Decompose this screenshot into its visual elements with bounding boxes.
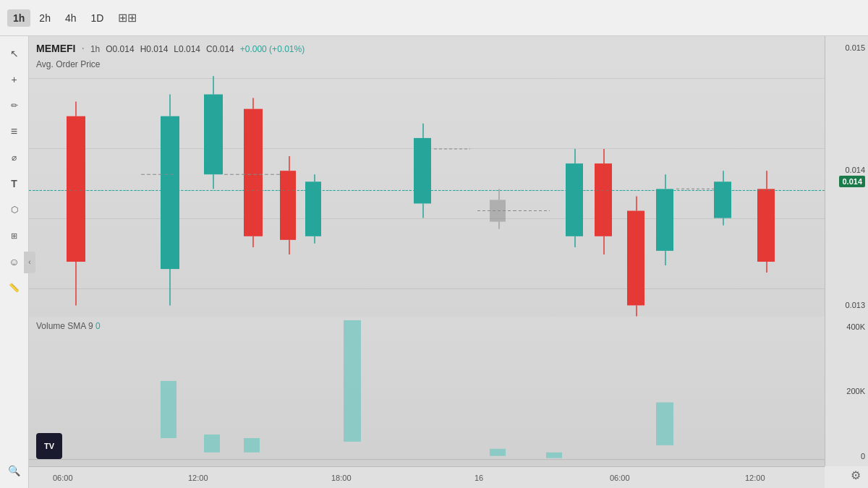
chart-container: MEMEFI · 1h O0.014 H0.014 L0.014 C0.014 … [29,36,868,488]
left-sidebar: ↖ + ✏ ≡ ⌀ T ⬡ ⊞ ☺ 📏 🔍 ‹ [0,36,29,488]
svg-rect-31 [566,163,583,236]
time-label-0600-second: 06:00 [610,474,630,482]
volume-level-mid: 200K [828,387,865,395]
chart-symbol: MEMEFI [36,43,75,54]
svg-rect-51 [204,435,220,453]
svg-rect-11 [244,109,263,236]
patterns-tool[interactable]: ⊞ [4,226,25,246]
chart-timeframe-label: 1h [90,44,100,54]
price-level-high: 0.015 [828,43,865,52]
svg-rect-22 [414,138,431,204]
svg-rect-55 [546,452,562,458]
volume-sma-value: 0 [95,321,101,331]
time-label-0600-first: 06:00 [53,474,73,482]
candlestick-chart-svg [29,36,825,317]
text-tool[interactable]: T [4,174,25,194]
volume-level-high: 400K [828,322,865,331]
timeframe-2h-button[interactable]: 2h [33,9,56,27]
svg-rect-44 [714,181,731,218]
svg-rect-37 [627,211,644,306]
top-toolbar: 1h 2h 4h 1D ⊞⊞ [0,0,868,36]
svg-rect-8 [204,95,223,175]
svg-rect-53 [344,320,361,441]
chart-info: MEMEFI · 1h O0.014 H0.014 L0.014 C0.014 … [36,42,305,55]
svg-rect-16 [280,171,296,240]
svg-rect-47 [757,189,775,262]
emoji-tool[interactable]: ☺ [4,252,25,272]
price-axis: 0.015 0.014 0.014 0.013 [825,36,868,317]
svg-rect-56 [656,402,673,445]
svg-rect-52 [244,437,260,452]
lines-tool[interactable]: ≡ [4,121,25,142]
volume-chart-area: Volume SMA 9 0 TV [29,317,825,467]
indicator-icon[interactable]: ⊞⊞ [118,11,137,25]
timeframe-1h-button[interactable]: 1h [7,9,30,27]
tradingview-logo: TV [36,433,62,459]
time-label-1200-first: 12:00 [188,474,208,482]
volume-sma-label: Volume SMA 9 [36,321,93,331]
draw-tool[interactable]: ✏ [4,95,25,116]
volume-axis: 400K 200K 0 [825,317,868,467]
svg-rect-2 [67,116,85,262]
svg-rect-34 [595,163,612,236]
time-label-1200-second: 12:00 [745,474,765,482]
timeframe-4h-button[interactable]: 4h [59,9,82,27]
svg-rect-19 [305,181,321,236]
fibonacci-tool[interactable]: ⌀ [4,147,25,168]
time-label-1800: 18:00 [331,474,352,482]
volume-chart-svg [29,317,825,467]
chart-change: +0.000 (+0.01%) [240,44,305,54]
chart-open: O0.014 [106,44,134,54]
time-label-16: 16 [475,474,483,482]
price-level-mid: 0.014 [845,166,865,174]
chart-separator: · [81,42,84,55]
settings-gear-button[interactable]: ⚙ [846,466,864,484]
chart-close: C0.014 [206,44,234,54]
svg-rect-54 [490,448,506,455]
timeframe-1d-button[interactable]: 1D [85,9,110,27]
time-axis: 06:00 12:00 18:00 16 06:00 12:00 [29,466,825,488]
price-chart-area: MEMEFI · 1h O0.014 H0.014 L0.014 C0.014 … [29,36,825,317]
ruler-tool[interactable]: 📏 [4,278,25,298]
svg-rect-5 [161,116,179,269]
zoom-tool[interactable]: 🔍 [4,461,25,481]
chart-low: L0.014 [174,44,200,54]
svg-rect-40 [656,189,673,251]
chart-high: H0.014 [140,44,169,54]
volume-info: Volume SMA 9 0 [36,321,101,331]
current-price-badge: 0.014 [839,176,865,187]
volume-level-zero: 0 [828,452,865,461]
cursor-tool[interactable]: ↖ [4,43,25,64]
price-level-low: 0.013 [828,301,865,309]
collapse-sidebar-button[interactable]: ‹ [24,252,35,273]
crosshair-tool[interactable]: + [4,69,25,90]
measure-tool[interactable]: ⬡ [4,200,25,220]
svg-rect-50 [161,380,176,437]
